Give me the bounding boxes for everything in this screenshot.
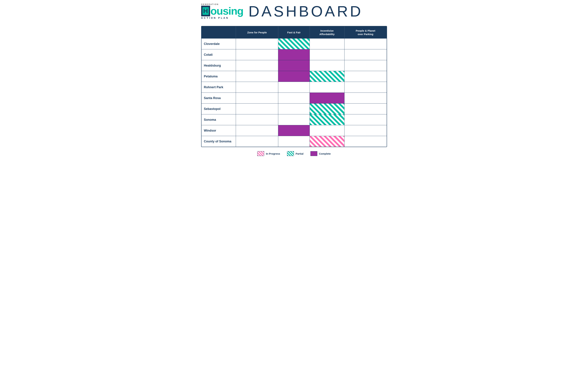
- city-name-label: Cotati: [202, 51, 215, 58]
- city-name-label: Windsor: [202, 127, 219, 134]
- cell-zone_for_people: [236, 114, 278, 125]
- cell-zone_for_people: [236, 103, 278, 114]
- cell-fast_fair: [278, 114, 310, 125]
- cell-people_planet: [344, 49, 386, 60]
- cell-fast_fair: [278, 136, 310, 147]
- col-header-city: [202, 26, 236, 39]
- logo-area: GENERATION H ousing ACTION PLAN: [201, 3, 243, 19]
- city-name-label: Rohnert Park: [202, 84, 226, 91]
- cell-fast_fair: [278, 71, 310, 82]
- logo-h-box: H: [201, 6, 210, 16]
- cell-zone_for_people: [236, 71, 278, 82]
- cell-people_planet: [344, 103, 386, 114]
- city-name-cell: Petaluma: [202, 71, 236, 82]
- city-name-cell: Windsor: [202, 125, 236, 136]
- cell-incentivize: [310, 39, 344, 49]
- logo: GENERATION H ousing ACTION PLAN: [201, 3, 243, 19]
- cell-fast_fair: [278, 103, 310, 114]
- city-name-label: Sonoma: [202, 116, 219, 123]
- cell-incentivize: [310, 125, 344, 136]
- legend-item-inprogress: In Progress: [257, 151, 280, 156]
- col-header-incentivize: IncentivizeAffordability: [310, 26, 344, 39]
- cell-fast_fair: [278, 93, 310, 103]
- cell-incentivize: [310, 93, 344, 103]
- logo-action-plan-label: ACTION PLAN: [201, 17, 229, 19]
- city-name-label: County of Sonoma: [202, 138, 234, 145]
- table-row: Cotati: [202, 49, 387, 60]
- table-header-row: Zone for People Fast & Fair IncentivizeA…: [202, 26, 387, 39]
- logo-ousing-text: ousing: [210, 6, 243, 16]
- city-name-label: Petaluma: [202, 73, 220, 80]
- city-name-cell: Sebastopol: [202, 103, 236, 114]
- cell-incentivize: [310, 136, 344, 147]
- legend-item-complete: Complete: [311, 151, 331, 156]
- logo-h-letter: H: [203, 8, 208, 14]
- city-name-cell: County of Sonoma: [202, 136, 236, 147]
- city-name-cell: Cotati: [202, 49, 236, 60]
- cell-zone_for_people: [236, 82, 278, 93]
- cell-fast_fair: [278, 82, 310, 93]
- page-header: GENERATION H ousing ACTION PLAN DASHBOAR…: [201, 3, 387, 21]
- cell-fast_fair: [278, 39, 310, 49]
- cell-incentivize: [310, 49, 344, 60]
- cell-people_planet: [344, 71, 386, 82]
- table-row: Santa Rosa: [202, 93, 387, 103]
- cell-people_planet: [344, 82, 386, 93]
- cell-people_planet: [344, 39, 386, 49]
- table-row: County of Sonoma: [202, 136, 387, 147]
- legend-swatch-inprogress: [257, 151, 264, 156]
- cell-incentivize: [310, 71, 344, 82]
- table-row: Sonoma: [202, 114, 387, 125]
- legend-label-complete: Complete: [319, 152, 331, 155]
- cell-zone_for_people: [236, 39, 278, 49]
- city-name-cell: Santa Rosa: [202, 93, 236, 103]
- legend-label-inprogress: In Progress: [266, 152, 280, 155]
- cell-zone_for_people: [236, 49, 278, 60]
- cell-people_planet: [344, 93, 386, 103]
- cell-incentivize: [310, 82, 344, 93]
- legend-swatch-partial: [287, 151, 294, 156]
- cell-incentivize: [310, 60, 344, 71]
- cell-zone_for_people: [236, 93, 278, 103]
- cell-people_planet: [344, 136, 386, 147]
- city-name-label: Santa Rosa: [202, 95, 223, 102]
- table-row: Healdsburg: [202, 60, 387, 71]
- table-row: Rohnert Park: [202, 82, 387, 93]
- city-name-label: Sebastopol: [202, 105, 223, 112]
- legend-swatch-complete: [311, 151, 317, 156]
- cell-people_planet: [344, 125, 386, 136]
- table-row: Sebastopol: [202, 103, 387, 114]
- col-header-people-planet: People & Planetover Parking: [344, 26, 386, 39]
- legend-label-partial: Partial: [296, 152, 304, 155]
- logo-housing-row: H ousing: [201, 6, 243, 16]
- cell-fast_fair: [278, 125, 310, 136]
- cell-fast_fair: [278, 60, 310, 71]
- cell-fast_fair: [278, 49, 310, 60]
- table-row: Cloverdale: [202, 39, 387, 49]
- table-row: Petaluma: [202, 71, 387, 82]
- cell-zone_for_people: [236, 60, 278, 71]
- logo-h-box-inner: H: [203, 7, 209, 15]
- city-name-label: Cloverdale: [202, 41, 222, 47]
- cell-incentivize: [310, 114, 344, 125]
- legend: In Progress Partial Complete: [201, 151, 387, 156]
- cell-incentivize: [310, 103, 344, 114]
- dashboard-title: DASHBOARD: [249, 4, 363, 19]
- city-name-cell: Rohnert Park: [202, 82, 236, 93]
- cell-people_planet: [344, 114, 386, 125]
- city-name-cell: Cloverdale: [202, 39, 236, 49]
- city-name-cell: Sonoma: [202, 114, 236, 125]
- dashboard-table: Zone for People Fast & Fair IncentivizeA…: [201, 26, 387, 147]
- cell-zone_for_people: [236, 136, 278, 147]
- col-header-zone-for-people: Zone for People: [236, 26, 278, 39]
- city-name-label: Healdsburg: [202, 62, 223, 69]
- cell-zone_for_people: [236, 125, 278, 136]
- cell-people_planet: [344, 60, 386, 71]
- table-row: Windsor: [202, 125, 387, 136]
- city-name-cell: Healdsburg: [202, 60, 236, 71]
- col-header-fast-fair: Fast & Fair: [278, 26, 310, 39]
- legend-item-partial: Partial: [287, 151, 304, 156]
